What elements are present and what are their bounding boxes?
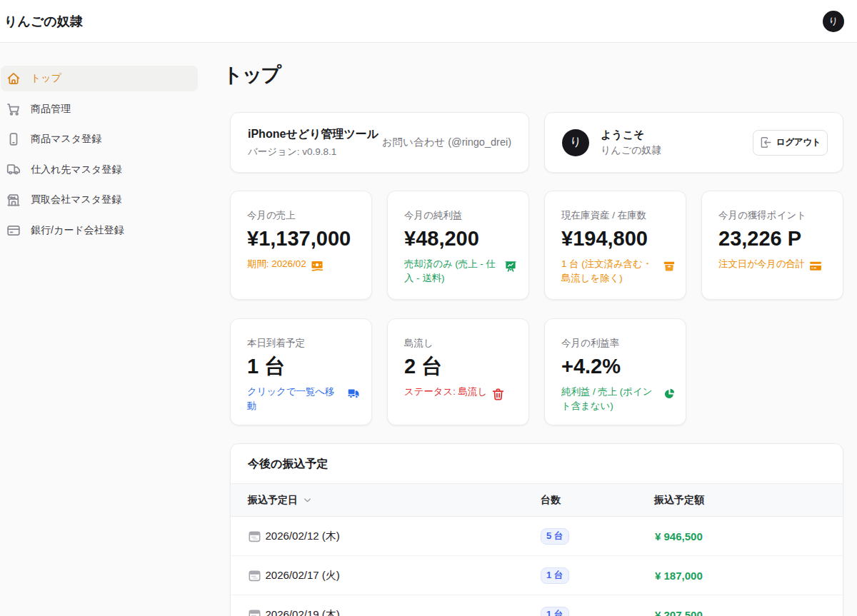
stat-note-row: ステータス: 島流し: [404, 385, 517, 401]
credit-card-icon: [6, 223, 21, 238]
stat-note-row: 売却済のみ (売上 - 仕入 - 送料): [404, 257, 517, 286]
column-header-amount: 振込予定額: [654, 484, 843, 517]
transfer-table: 振込予定日 台数 振込予定額 2026/02/12 (木)5 台¥ 946,50…: [231, 483, 843, 616]
stat-label: 現在庫資産 / 在庫数: [561, 208, 676, 223]
app-title: りんごの奴隷: [4, 13, 83, 30]
stat-label: 今月の売上: [247, 208, 360, 223]
stat-card-credit-card-filled: 今月の獲得ポイント23,226 P注文日が今月の合計: [701, 191, 843, 300]
stat-note-row: 純利益 / 売上 (ポイント含まない): [561, 385, 676, 413]
welcome-card: り ようこそ りんごの奴隷 ログアウト: [544, 112, 843, 173]
app-info-texts: iPhoneせどり管理ツール バージョン: v0.9.8.1: [248, 127, 379, 158]
top-header: りんごの奴隷 り: [0, 0, 857, 43]
sidebar-item-label: 買取会社マスタ登録: [31, 193, 121, 206]
transfer-schedule-card: 今後の振込予定 振込予定日 台数 振込予定額 2026/02/1: [230, 443, 843, 616]
stat-value: ¥194,800: [561, 226, 676, 251]
stat-card-banknote: 今月の売上¥1,137,000期間: 2026/02: [230, 191, 372, 300]
chart-board-icon: [504, 260, 517, 273]
stat-value: ¥1,137,000: [247, 226, 360, 251]
stat-note-row: 1 台 (注文済み含む・島流しを除く): [561, 257, 676, 286]
sidebar-item-label: 商品マスタ登録: [31, 133, 101, 146]
stat-note: 1 台 (注文済み含む・島流しを除く): [561, 257, 658, 286]
transfer-amount: ¥ 187,000: [655, 570, 703, 582]
welcome-greeting: ようこそ: [601, 128, 741, 142]
stat-value: +4.2%: [561, 353, 676, 379]
stat-card-box: 現在庫資産 / 在庫数¥194,8001 台 (注文済み含む・島流しを除く): [544, 191, 686, 300]
stat-note: 純利益 / 売上 (ポイント含まない): [561, 385, 659, 413]
table-row: 2026/02/19 (木)1 台¥ 207,500: [231, 595, 843, 616]
credit-card-filled-icon: [809, 260, 822, 273]
sidebar-item-1[interactable]: トップ: [1, 66, 198, 91]
logout-icon: [760, 136, 772, 148]
contact-text: お問い合わせ (@ringo_drei): [382, 136, 511, 149]
welcome-username: りんごの奴隷: [601, 144, 741, 157]
transfer-date: 2026/02/17 (火): [266, 569, 340, 582]
stat-value: ¥48,200: [404, 226, 517, 251]
welcome-avatar: り: [562, 129, 589, 156]
units-badge: 5 台: [541, 528, 569, 545]
transfer-date: 2026/02/19 (木): [266, 608, 340, 616]
truck-icon: [6, 163, 21, 177]
column-header-date[interactable]: 振込予定日: [248, 494, 313, 507]
sidebar-item-5[interactable]: 買取会社マスタ登録: [1, 187, 198, 213]
delivery-truck-icon: [348, 388, 360, 400]
stat-note-row: クリックで一覧へ移動: [247, 385, 360, 413]
box-icon: [663, 260, 676, 273]
calendar-icon: [248, 608, 261, 616]
table-header-row: 振込予定日 台数 振込予定額: [231, 484, 843, 517]
info-row: iPhoneせどり管理ツール バージョン: v0.9.8.1 お問い合わせ (@…: [230, 112, 843, 173]
header-avatar[interactable]: り: [823, 11, 844, 32]
sidebar-item-6[interactable]: 銀行/カード会社登録: [1, 218, 198, 243]
home-icon: [6, 71, 21, 86]
stat-note-row: 期間: 2026/02: [247, 257, 360, 273]
app-info-card: iPhoneせどり管理ツール バージョン: v0.9.8.1 お問い合わせ (@…: [230, 112, 529, 173]
pie-chart-icon: [663, 388, 676, 400]
stat-card-trash: 島流し2 台ステータス: 島流し: [387, 318, 529, 425]
transfer-date: 2026/02/12 (木): [266, 530, 340, 543]
sidebar-item-2[interactable]: 商品管理: [1, 96, 198, 122]
sidebar-item-label: 商品管理: [31, 103, 71, 116]
stat-note: 注文日が今月の合計: [718, 257, 805, 271]
main-content: トップ iPhoneせどり管理ツール バージョン: v0.9.8.1 お問い合わ…: [207, 43, 857, 616]
stat-note: 売却済のみ (売上 - 仕入 - 送料): [404, 257, 500, 286]
stat-label: 本日到着予定: [247, 336, 360, 350]
stat-note-row: 注文日が今月の合計: [718, 257, 831, 273]
table-row: 2026/02/12 (木)5 台¥ 946,500: [231, 517, 843, 556]
table-row: 2026/02/17 (火)1 台¥ 187,000: [231, 556, 843, 595]
stat-note: クリックで一覧へ移動: [247, 385, 344, 413]
stat-card-chart-board: 今月の純利益¥48,200売却済のみ (売上 - 仕入 - 送料): [387, 191, 529, 300]
logout-label: ログアウト: [776, 136, 821, 148]
stat-card-pie-chart: 今月の利益率+4.2%純利益 / 売上 (ポイント含まない): [544, 318, 686, 425]
cart-icon: [6, 102, 21, 116]
units-badge: 1 台: [541, 607, 569, 616]
column-header-date-label: 振込予定日: [248, 494, 298, 507]
calendar-icon: [248, 530, 261, 543]
stats-row-1: 今月の売上¥1,137,000期間: 2026/02今月の純利益¥48,200売…: [230, 191, 843, 300]
welcome-texts: ようこそ りんごの奴隷: [601, 128, 741, 157]
sidebar-item-4[interactable]: 仕入れ先マスタ登録: [1, 157, 198, 183]
logout-button[interactable]: ログアウト: [753, 130, 828, 156]
stat-value: 23,226 P: [718, 226, 831, 251]
sidebar-item-label: 仕入れ先マスタ登録: [31, 163, 121, 176]
stats-row-2: 本日到着予定1 台クリックで一覧へ移動島流し2 台ステータス: 島流し今月の利益…: [230, 318, 843, 425]
stat-label: 島流し: [404, 336, 517, 350]
stat-value: 2 台: [404, 353, 517, 379]
stat-card-delivery-truck[interactable]: 本日到着予定1 台クリックで一覧へ移動: [230, 318, 372, 425]
smartphone-icon: [6, 132, 21, 146]
page-title: トップ: [223, 63, 843, 87]
layout: トップ商品管理商品マスタ登録仕入れ先マスタ登録買取会社マスタ登録銀行/カード会社…: [0, 43, 857, 616]
app-info-title: iPhoneせどり管理ツール: [248, 127, 379, 142]
sidebar-item-label: トップ: [31, 72, 61, 85]
stat-label: 今月の利益率: [561, 336, 676, 350]
stat-value: 1 台: [247, 353, 360, 379]
sidebar-item-3[interactable]: 商品マスタ登録: [1, 126, 198, 152]
app-version: バージョン: v0.9.8.1: [248, 146, 379, 158]
banknote-icon: [311, 260, 324, 273]
stat-label: 今月の獲得ポイント: [718, 208, 831, 223]
stat-label: 今月の純利益: [404, 208, 517, 223]
transfer-amount: ¥ 946,500: [655, 530, 703, 542]
trash-icon: [491, 388, 505, 401]
store-icon: [6, 193, 21, 207]
units-badge: 1 台: [541, 567, 569, 584]
stat-note: ステータス: 島流し: [404, 385, 487, 399]
column-header-units: 台数: [541, 484, 654, 517]
